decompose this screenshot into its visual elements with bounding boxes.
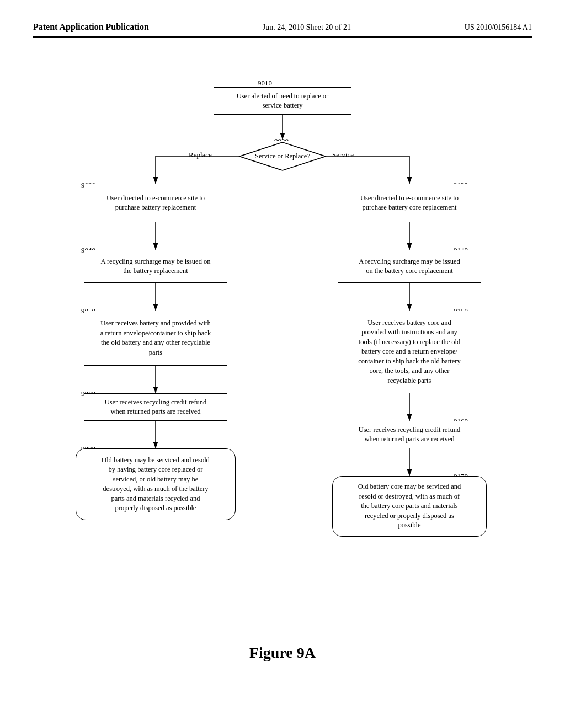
node-9040-text: A recycling surcharge may be issued onth… [100, 257, 210, 276]
node-9040-box: A recycling surcharge may be issued onth… [84, 250, 227, 283]
node-9020-diamond: Service or Replace? [238, 141, 327, 172]
node-9030-box: User directed to e-commerce site topurch… [84, 184, 227, 222]
node-9020-label-replace: Replace [189, 151, 212, 159]
node-9130-text: User directed to e-commerce site topurch… [360, 194, 459, 213]
header-publication-label: Patent Application Publication [33, 22, 149, 32]
node-9010-text: User alerted of need to replace orservic… [237, 92, 329, 111]
node-9150-box: User receives battery core andprovided w… [338, 311, 481, 393]
header-date-sheet: Jun. 24, 2010 Sheet 20 of 21 [263, 23, 351, 32]
page-header: Patent Application Publication Jun. 24, … [33, 22, 532, 38]
node-9020-text: Service or Replace? [255, 152, 310, 162]
figure-caption: Figure 9A [33, 644, 532, 662]
node-9060-text: User receives recycling credit refundwhe… [105, 398, 207, 417]
node-9160-text: User receives recycling credit refundwhe… [359, 425, 461, 445]
node-9140-box: A recycling surcharge may be issuedon th… [338, 250, 481, 283]
page: Patent Application Publication Jun. 24, … [0, 0, 565, 728]
node-9160-box: User receives recycling credit refundwhe… [338, 421, 481, 448]
node-9020-label-service: Service [332, 151, 354, 159]
node-9030-text: User directed to e-commerce site topurch… [106, 194, 205, 213]
node-9170-text: Old battery core may be serviced andreso… [358, 482, 461, 531]
node-9010-number: 9010 [258, 79, 272, 88]
node-9070-text: Old battery may be serviced and resoldby… [102, 456, 210, 513]
node-9060-box: User receives recycling credit refundwhe… [84, 393, 227, 421]
header-patent-number: US 2010/0156184 A1 [465, 23, 532, 32]
node-9140-text: A recycling surcharge may be issuedon th… [359, 257, 460, 276]
node-9070-box: Old battery may be serviced and resoldby… [76, 448, 236, 520]
node-9170-box: Old battery core may be serviced andreso… [332, 476, 487, 537]
node-9130-box: User directed to e-commerce site topurch… [338, 184, 481, 222]
node-9050-text: User receives battery and provided witha… [100, 319, 211, 357]
node-9050-box: User receives battery and provided witha… [84, 311, 227, 366]
node-9010-box: User alerted of need to replace orservic… [214, 87, 351, 115]
node-9150-text: User receives battery core andprovided w… [358, 318, 460, 386]
flowchart-diagram: 9010 User alerted of need to replace ors… [45, 60, 520, 622]
